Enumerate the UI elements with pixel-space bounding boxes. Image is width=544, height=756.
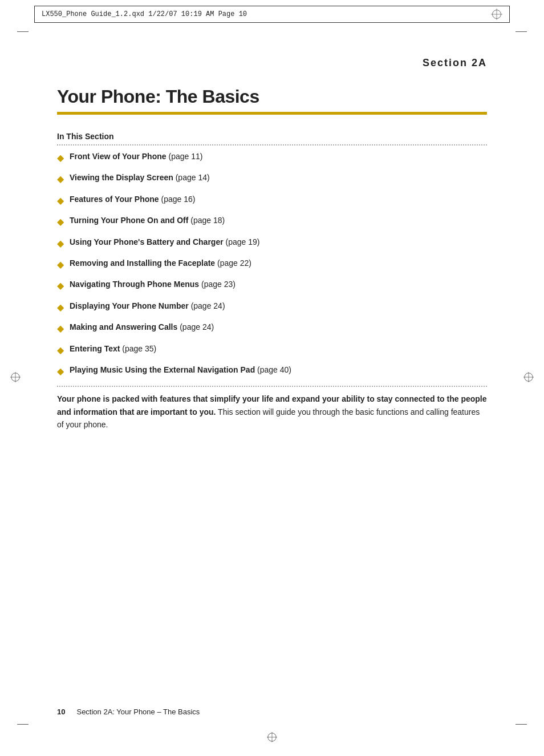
diamond-icon: ◆ [57,365,64,378]
description-paragraph: Your phone is packed with features that … [57,393,487,431]
toc-item-page: (page 14) [173,173,210,182]
diamond-icon: ◆ [57,301,64,314]
toc-item-text: Navigating Through Phone Menus (page 23) [70,279,236,290]
trim-mark-bottom-left [17,724,29,725]
page-footer: 10 Section 2A: Your Phone – The Basics [57,708,487,716]
toc-item-bold: Features of Your Phone [70,195,159,204]
dotted-line-bottom [57,386,487,387]
toc-item-page: (page 11) [167,152,203,161]
trim-mark-top-left [17,31,29,32]
toc-item-page: (page 22) [215,258,251,268]
toc-item-bold: Using Your Phone's Battery and Charger [70,237,224,246]
diamond-icon: ◆ [57,216,64,228]
main-content: Section 2A Your Phone: The Basics In Thi… [0,23,544,488]
toc-item-bold: Making and Answering Calls [70,322,177,331]
list-item: ◆Front View of Your Phone (page 11) [57,151,487,164]
diamond-icon: ◆ [57,344,64,357]
toc-item-bold: Entering Text [70,344,120,353]
toc-item-text: Front View of Your Phone (page 11) [70,151,202,163]
crosshair-bottom [267,732,277,745]
dotted-line-top [57,144,487,145]
toc-item-page: (page 16) [159,195,196,204]
toc-item-text: Using Your Phone's Battery and Charger (… [70,237,259,248]
title-underbar [57,112,487,115]
toc-item-bold: Viewing the Display Screen [70,173,173,182]
diamond-icon: ◆ [57,237,64,250]
page-number: 10 [57,708,65,716]
toc-item-text: Entering Text (page 35) [70,343,156,355]
toc-item-text: Turning Your Phone On and Off (page 18) [70,215,225,227]
toc-item-bold: Navigating Through Phone Menus [70,280,199,289]
toc-item-page: (page 19) [224,237,260,246]
toc-list: ◆Front View of Your Phone (page 11)◆View… [57,151,487,378]
list-item: ◆Entering Text (page 35) [57,343,487,357]
list-item: ◆Making and Answering Calls (page 24) [57,322,487,335]
trim-mark-bottom-right [515,724,527,725]
diamond-icon: ◆ [57,152,64,164]
footer-section-text: Section 2A: Your Phone – The Basics [76,708,200,716]
crosshair-right [523,372,534,385]
toc-item-text: Making and Answering Calls (page 24) [70,322,214,333]
list-item: ◆Navigating Through Phone Menus (page 23… [57,279,487,292]
page: LX550_Phone Guide_1.2.qxd 1/22/07 10:19 … [0,0,544,756]
file-header-bar: LX550_Phone Guide_1.2.qxd 1/22/07 10:19 … [34,6,510,23]
file-info-text: LX550_Phone Guide_1.2.qxd 1/22/07 10:19 … [42,10,247,18]
section-label: Section 2A [57,57,487,69]
list-item: ◆Viewing the Display Screen (page 14) [57,172,487,185]
diamond-icon: ◆ [57,280,64,292]
list-item: ◆Displaying Your Phone Number (page 24) [57,301,487,314]
crosshair-left [10,372,21,385]
toc-item-bold: Turning Your Phone On and Off [70,216,188,225]
toc-item-bold: Playing Music Using the External Navigat… [70,365,255,374]
toc-item-page: (page 18) [188,216,225,225]
list-item: ◆Playing Music Using the External Naviga… [57,365,487,378]
list-item: ◆Removing and Installing the Faceplate (… [57,258,487,271]
toc-item-page: (page 40) [255,365,291,374]
list-item: ◆Turning Your Phone On and Off (page 18) [57,215,487,228]
header-crosshair-icon [491,9,502,20]
diamond-icon: ◆ [57,195,64,207]
toc-item-text: Removing and Installing the Faceplate (p… [70,258,251,269]
toc-item-page: (page 24) [177,322,214,331]
toc-item-text: Displaying Your Phone Number (page 24) [70,301,225,312]
list-item: ◆Features of Your Phone (page 16) [57,194,487,207]
diamond-icon: ◆ [57,173,64,185]
in-this-section-heading: In This Section [57,132,487,141]
chapter-title: Your Phone: The Basics [57,86,487,107]
toc-item-page: (page 35) [120,344,156,353]
toc-item-text: Viewing the Display Screen (page 14) [70,172,210,184]
list-item: ◆Using Your Phone's Battery and Charger … [57,237,487,250]
toc-item-text: Features of Your Phone (page 16) [70,194,195,205]
toc-item-page: (page 24) [189,301,225,310]
toc-item-text: Playing Music Using the External Navigat… [70,365,291,376]
toc-item-bold: Removing and Installing the Faceplate [70,258,215,268]
toc-item-bold: Front View of Your Phone [70,152,167,161]
toc-item-bold: Displaying Your Phone Number [70,301,189,310]
trim-mark-top-right [515,31,527,32]
diamond-icon: ◆ [57,322,64,335]
diamond-icon: ◆ [57,258,64,271]
toc-item-page: (page 23) [199,280,236,289]
